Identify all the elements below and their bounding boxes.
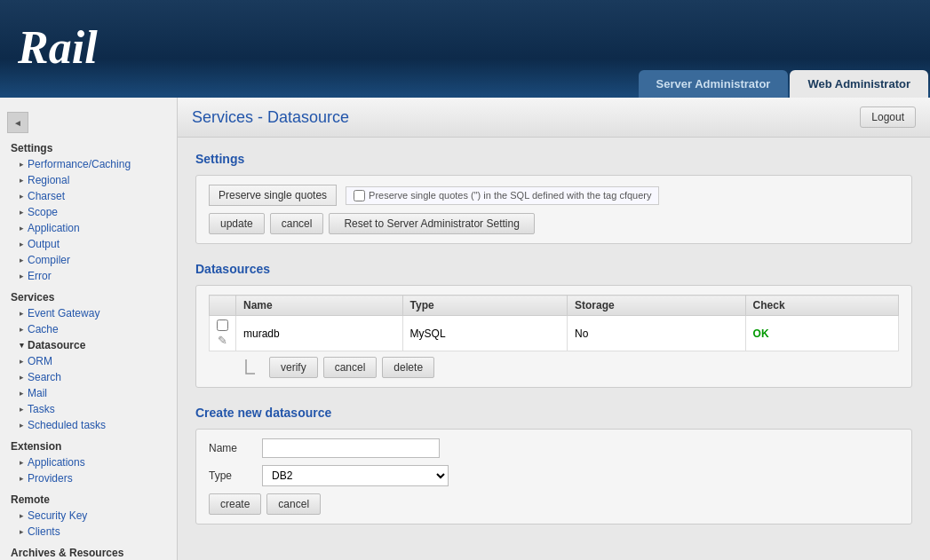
sidebar-section-title-remote: Remote [0,490,177,508]
settings-panel: Preserve single quotes Preserve single q… [195,175,912,244]
sidebar-section-title-extension: Extension [0,437,177,454]
sidebar-item-compiler[interactable]: ▸Compiler [0,252,177,268]
arrow-icon: ▸ [20,325,24,334]
sidebar-section-extension: Extension ▸Applications ▸Providers [0,437,177,486]
verify-button[interactable]: verify [269,357,318,378]
logo: Railo [18,19,98,80]
arrow-icon: ▸ [20,357,24,366]
arrow-icon: ▸ [20,176,24,185]
sidebar-item-cache[interactable]: ▸Cache [0,321,177,337]
settings-section-title: Settings [195,152,912,166]
col-type: Type [402,296,567,316]
sidebar-item-tasks[interactable]: ▸Tasks [0,401,177,417]
sidebar-section-settings: Settings ▸Performance/Caching ▸Regional … [0,138,177,284]
create-cancel-button[interactable]: cancel [266,493,321,515]
preserve-quotes-row: Preserve single quotes Preserve single q… [209,185,899,206]
sidebar-item-clients[interactable]: ▸Clients [0,524,177,540]
datasource-action-row: verify cancel delete [209,357,899,378]
arrow-icon: ▸ [20,256,24,264]
header-tabs: Server Administrator Web Administrator [639,0,930,98]
sidebar-section-title-settings: Settings [0,138,177,156]
create-panel: Name Type DB2 MySQL MSSQL Oracle Postgre… [195,429,912,525]
tab-web-admin[interactable]: Web Administrator [790,70,928,98]
sidebar-item-charset[interactable]: ▸Charset [0,188,177,204]
arrow-icon: ▸ [20,160,24,169]
settings-action-row: update cancel Reset to Server Administra… [209,213,899,234]
sidebar-item-regional[interactable]: ▸Regional [0,172,177,188]
delete-button[interactable]: delete [382,357,434,378]
sidebar-item-mail[interactable]: ▸Mail [0,385,177,401]
arrow-icon: ▸ [20,474,24,483]
datasources-section-title: Datasources [195,262,912,276]
sidebar-item-event-gateway[interactable]: ▸Event Gateway [0,305,177,321]
arrow-icon: ▸ [20,309,24,318]
reset-button[interactable]: Reset to Server Administrator Setting [329,213,534,234]
type-form-label: Type [209,469,253,482]
sidebar-item-scope[interactable]: ▸Scope [0,204,177,220]
svg-text:Railo: Railo [18,22,98,72]
arrow-icon: ▸ [20,421,24,430]
col-check: Check [745,296,898,316]
header: Railo Server Administrator Web Administr… [0,0,930,98]
indent-arrow-icon [244,358,260,377]
update-button[interactable]: update [209,213,265,234]
sidebar-item-security-key[interactable]: ▸Security Key [0,508,177,524]
sidebar-item-applications[interactable]: ▸Applications [0,454,177,470]
sidebar-section-title-services: Services [0,288,177,305]
ds-cancel-button[interactable]: cancel [323,357,378,378]
arrow-icon: ▸ [20,224,24,233]
arrow-icon: ▸ [20,405,24,414]
create-section-title: Create new datasource [195,406,912,420]
sidebar-item-datasource[interactable]: ▾Datasource [0,337,177,353]
arrow-icon: ▸ [20,208,24,217]
type-select[interactable]: DB2 MySQL MSSQL Oracle PostgreSQL HSQLDB… [263,466,448,485]
edit-icon[interactable]: ✎ [218,334,227,347]
sidebar-section-archives: Archives & Resources ▸Mappings ▸Rest ▸Co… [0,543,177,560]
type-form-row: Type DB2 MySQL MSSQL Oracle PostgreSQL H… [209,465,899,486]
arrow-icon: ▸ [20,240,24,248]
create-button[interactable]: create [209,493,261,515]
name-form-row: Name [209,438,899,458]
name-form-label: Name [209,442,253,454]
sidebar-item-scheduled-tasks[interactable]: ▸Scheduled tasks [0,417,177,433]
name-input[interactable] [262,438,440,458]
sidebar-item-search[interactable]: ▸Search [0,369,177,385]
page-header-bar: Services - Datasource Logout [178,98,930,138]
sidebar-section-services: Services ▸Event Gateway ▸Cache ▾Datasour… [0,288,177,433]
logout-button[interactable]: Logout [860,106,916,128]
layout: ◄ Settings ▸Performance/Caching ▸Regiona… [0,98,930,560]
sidebar-item-output[interactable]: ▸Output [0,236,177,252]
settings-cancel-button[interactable]: cancel [270,213,324,234]
row-checkbox[interactable] [217,319,228,331]
sidebar-section-title-archives: Archives & Resources [0,543,177,560]
row-type: MySQL [402,316,567,351]
sidebar-item-orm[interactable]: ▸ORM [0,353,177,369]
sidebar-collapse-button[interactable]: ◄ [7,112,28,133]
preserve-checkbox-label[interactable]: Preserve single quotes (") in the SQL de… [346,186,659,205]
sidebar-item-application[interactable]: ▸Application [0,220,177,236]
table-row: ✎ muradb MySQL No OK [210,316,899,351]
sidebar-item-performance-caching[interactable]: ▸Performance/Caching [0,156,177,172]
arrow-icon: ▸ [20,389,24,398]
arrow-icon: ▸ [20,373,24,382]
arrow-icon: ▸ [20,458,24,467]
arrow-icon: ▸ [20,527,24,536]
datasources-panel: Name Type Storage Check ✎ muradb [195,285,912,388]
content-area: Settings Preserve single quotes Preserve… [178,138,930,539]
row-storage: No [567,316,745,351]
create-action-row: create cancel [209,493,899,515]
datasources-table: Name Type Storage Check ✎ muradb [209,295,899,351]
preserve-quotes-checkbox[interactable] [354,190,365,201]
arrow-icon: ▸ [20,192,24,201]
sidebar-section-remote: Remote ▸Security Key ▸Clients [0,490,177,540]
tab-server-admin[interactable]: Server Administrator [639,70,789,98]
main-content: Services - Datasource Logout Settings Pr… [178,98,930,560]
sidebar: ◄ Settings ▸Performance/Caching ▸Regiona… [0,98,178,560]
sidebar-item-error[interactable]: ▸Error [0,268,177,284]
col-name: Name [236,296,403,316]
preserve-quotes-label: Preserve single quotes [209,185,337,206]
sidebar-item-providers[interactable]: ▸Providers [0,470,177,486]
row-check: OK [745,316,898,351]
arrow-icon-open: ▾ [20,341,24,350]
type-select-wrap: DB2 MySQL MSSQL Oracle PostgreSQL HSQLDB… [262,465,449,486]
